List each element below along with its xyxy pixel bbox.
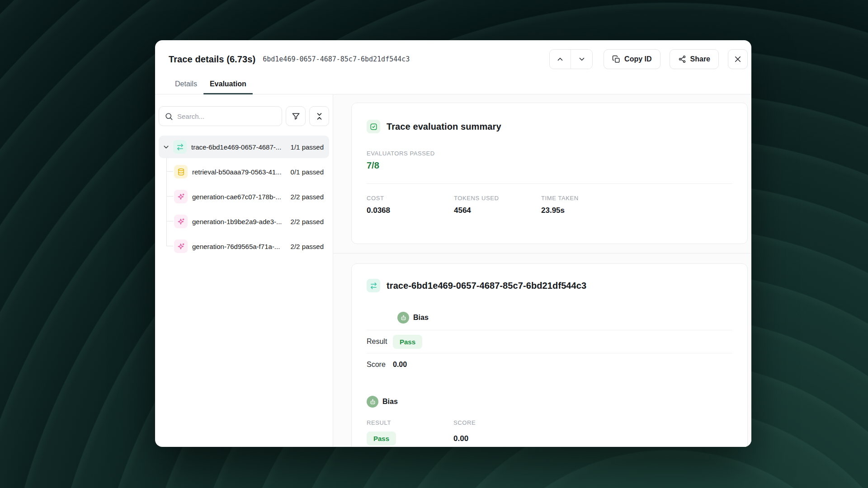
tab-evaluation[interactable]: Evaluation (203, 76, 253, 94)
chevron-up-icon (556, 55, 564, 63)
bot-icon (397, 312, 409, 324)
evaluator-summary-header: Bias (367, 396, 732, 408)
result-label: Result (367, 338, 393, 346)
trace-evaluation-summary-card: Trace evaluation summary EVALUATORS PASS… (351, 103, 748, 244)
divider (367, 183, 732, 184)
checkbox-check-icon (367, 120, 380, 133)
filter-button[interactable] (286, 106, 306, 126)
tree-connector-stub (166, 221, 173, 221)
evaluator-summary-values: Pass 0.00 (367, 432, 732, 446)
trace-type-icon (367, 279, 380, 292)
tree-node-name: retrieval-b50aaa79-0563-41... (192, 168, 282, 176)
search-input[interactable] (177, 113, 276, 120)
retrieval-type-icon (174, 165, 188, 178)
chevrons-collapse-icon (315, 112, 324, 121)
trace-id: 6bd1e469-0657-4687-85c7-6bd21df544c3 (263, 55, 410, 63)
tree-connector-stub (166, 246, 173, 246)
modal-body: trace-6bd1e469-0657-4687-... 1/1 passed … (155, 94, 751, 447)
stat-value: 0.0368 (367, 206, 454, 215)
tree-node-status: 0/1 passed (291, 168, 329, 176)
evaluation-panel: Trace evaluation summary EVALUATORS PASS… (333, 94, 751, 447)
stat-value: 23.95s (541, 206, 628, 215)
evaluators-passed-value: 7/8 (367, 160, 732, 171)
tree-connector-stub (166, 171, 173, 172)
trace-detail-card: trace-6bd1e469-0657-4687-85c7-6bd21df544… (351, 263, 748, 447)
score-header: SCORE (453, 419, 540, 426)
share-icon (678, 55, 686, 63)
trace-card-header: trace-6bd1e469-0657-4687-85c7-6bd21df544… (367, 278, 732, 293)
search-icon (165, 112, 173, 121)
tree-node-name: generation-76d9565a-f71a-... (192, 243, 280, 250)
close-icon (734, 55, 742, 63)
evaluator-name: Bias (413, 314, 429, 322)
search-box[interactable] (159, 106, 282, 126)
evaluators-passed-label: EVALUATORS PASSED (367, 150, 732, 157)
result-header: RESULT (367, 419, 453, 426)
trace-type-icon (173, 140, 187, 154)
result-cell: Pass (367, 432, 453, 446)
next-trace-button[interactable] (571, 50, 592, 69)
stat-label: TOKENS USED (454, 195, 541, 202)
result-row: Result Pass (367, 330, 732, 353)
copy-id-label: Copy ID (624, 55, 651, 63)
tree-node-status: 2/2 passed (291, 243, 329, 250)
tree-node-status: 2/2 passed (291, 218, 329, 225)
evaluator-name: Bias (382, 398, 398, 406)
score-value: 0.00 (393, 361, 407, 369)
stat-time-taken: TIME TAKEN 23.95s (541, 195, 628, 215)
tree-node-status: 2/2 passed (291, 193, 329, 201)
modal-header: Trace details (6.73s) 6bd1e469-0657-4687… (155, 40, 751, 70)
chevron-down-icon (578, 55, 586, 63)
copy-icon (612, 55, 620, 63)
trace-nav-control (549, 49, 593, 69)
tree-connector-stub (166, 196, 173, 197)
generation-type-icon (174, 190, 188, 203)
tree-node-generation-2[interactable]: generation-1b9be2a9-ade3-... 2/2 passed (159, 210, 329, 233)
tree-node-generation-1[interactable]: generation-cae67c07-178b-... 2/2 passed (159, 185, 329, 208)
trace-tree: trace-6bd1e469-0657-4687-... 1/1 passed … (159, 136, 329, 258)
close-button[interactable] (728, 49, 748, 69)
stat-label: TIME TAKEN (541, 195, 628, 202)
generation-type-icon (174, 239, 188, 253)
trace-details-modal: Trace details (6.73s) 6bd1e469-0657-4687… (155, 40, 751, 447)
share-label: Share (690, 55, 710, 63)
score-row: Score 0.00 (367, 353, 732, 376)
modal-title: Trace details (6.73s) (169, 54, 255, 65)
result-pass-badge: Pass (393, 335, 422, 349)
tree-node-name: generation-cae67c07-178b-... (192, 193, 281, 201)
desktop-background: { "window": { "title": "Trace details (6… (0, 0, 868, 488)
generation-type-icon (174, 215, 188, 228)
collapse-all-button[interactable] (309, 106, 329, 126)
score-cell: 0.00 (453, 434, 540, 443)
summary-stats-row: COST 0.0368 TOKENS USED 4564 TIME TAKEN … (367, 195, 732, 215)
expand-chevron-icon[interactable] (161, 143, 170, 151)
summary-card-header: Trace evaluation summary (367, 119, 732, 134)
tree-node-name: trace-6bd1e469-0657-4687-... (191, 143, 281, 151)
evaluator-summary-headers: RESULT SCORE (367, 419, 732, 426)
trace-tree-sidebar: trace-6bd1e469-0657-4687-... 1/1 passed … (155, 94, 333, 447)
sidebar-toolbar (159, 106, 329, 126)
stat-tokens-used: TOKENS USED 4564 (454, 195, 541, 215)
trace-card-title: trace-6bd1e469-0657-4687-85c7-6bd21df544… (387, 281, 586, 291)
stat-value: 4564 (454, 206, 541, 215)
header-actions: Copy ID Share (549, 49, 748, 69)
bot-icon (367, 396, 378, 408)
tree-node-status: 1/1 passed (291, 143, 329, 151)
summary-card-title: Trace evaluation summary (387, 122, 501, 132)
score-label: Score (367, 361, 393, 369)
copy-id-button[interactable]: Copy ID (604, 49, 660, 69)
tree-node-name: generation-1b9be2a9-ade3-... (192, 218, 282, 225)
tree-node-generation-3[interactable]: generation-76d9565a-f71a-... 2/2 passed (159, 235, 329, 258)
stat-cost: COST 0.0368 (367, 195, 454, 215)
evaluator-header: Bias (397, 312, 732, 324)
stat-label: COST (367, 195, 454, 202)
share-button[interactable]: Share (670, 49, 719, 69)
section-divider (333, 253, 751, 253)
filter-icon (292, 112, 300, 121)
tab-details[interactable]: Details (169, 76, 203, 94)
tab-bar: Details Evaluation (155, 76, 751, 94)
tree-node-trace[interactable]: trace-6bd1e469-0657-4687-... 1/1 passed (159, 136, 329, 158)
tree-node-retrieval[interactable]: retrieval-b50aaa79-0563-41... 0/1 passed (159, 160, 329, 183)
previous-trace-button[interactable] (550, 50, 571, 69)
result-pass-badge: Pass (367, 432, 396, 446)
